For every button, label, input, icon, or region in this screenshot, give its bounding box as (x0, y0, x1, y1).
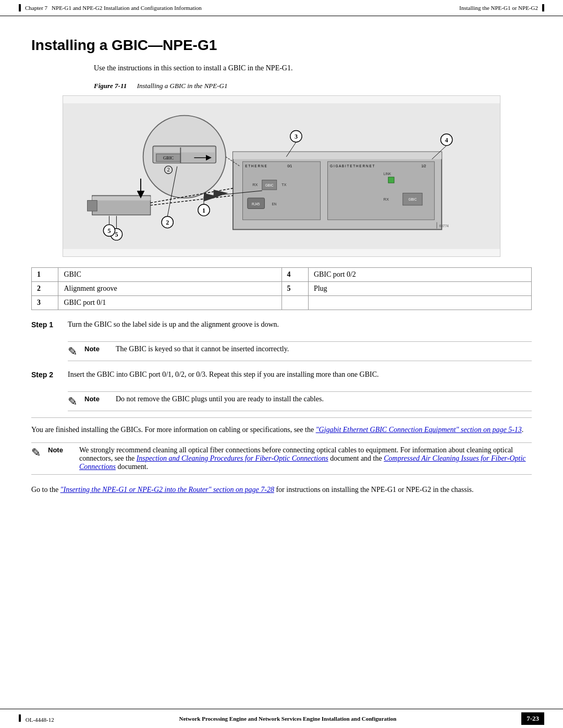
svg-rect-18 (233, 152, 442, 159)
bottom-para: Go to the "Inserting the NPE-G1 or NPE-G… (31, 484, 532, 495)
footer-left-rule (19, 714, 21, 722)
svg-text:5: 5 (107, 227, 111, 235)
part-num-2: 2 (32, 282, 58, 296)
part-label-2: Alignment groove (58, 282, 282, 296)
note-standalone-middle: document and the (328, 454, 384, 462)
step-1-content: Turn the GBIC so the label side is up an… (68, 320, 532, 329)
svg-rect-29 (327, 162, 434, 220)
note-icon-2: ✎ (68, 396, 77, 408)
note-block-2: ✎ Note Do not remove the GBIC plugs unti… (68, 391, 532, 411)
part-label-3: GBIC port 0/1 (58, 296, 282, 310)
svg-rect-2 (92, 196, 151, 200)
svg-text:G I G A B I T   E T H E R N E : G I G A B I T E T H E R N E T (330, 164, 374, 168)
footer-center: Network Processing Engine and Network Se… (54, 715, 521, 722)
step-1-row: Step 1 Turn the GBIC so the label side i… (31, 320, 532, 334)
para1-suffix: . (522, 426, 524, 434)
svg-text:5: 5 (115, 231, 118, 238)
part-label-5: Plug (308, 282, 531, 296)
footer-page-number: 7-23 (521, 712, 544, 725)
step-2-content: Insert the GBIC into GBIC port 0/1, 0/2,… (68, 371, 532, 379)
svg-rect-3 (88, 201, 97, 211)
svg-text:LINK: LINK (384, 172, 391, 176)
figure-caption-spacer (128, 82, 135, 90)
svg-text:EN: EN (272, 202, 276, 206)
header-chapter-title: NPE-G1 and NPE-G2 Installation and Confi… (52, 5, 202, 11)
figure-title: Installing a GBIC in the NPE-G1 (137, 82, 228, 90)
note-block-1: ✎ Note The GBIC is keyed so that it cann… (68, 341, 532, 361)
parts-table: 1 GBIC 4 GBIC port 0/2 2 Alignment groov… (31, 267, 532, 310)
page-title: Installing a GBIC—NPE-G1 (31, 37, 532, 54)
pencil-icon-1: ✎ (68, 346, 77, 357)
para2-prefix: Go to the (31, 486, 60, 493)
header-left: Chapter 7 NPE-G1 and NPE-G2 Installation… (19, 4, 202, 11)
note-block-standalone: ✎ Note We strongly recommend cleaning al… (31, 442, 532, 475)
header-right: Installing the NPE-G1 or NPE-G2 (459, 4, 544, 11)
part-num-4: 4 (282, 268, 308, 282)
diagram-svg: 5 GBIC 2 (63, 96, 500, 256)
svg-text:GBIC: GBIC (408, 198, 417, 201)
figure-number: Figure 7-11 (94, 82, 127, 90)
section-divider-1 (31, 417, 532, 418)
note-text-1: The GBIC is keyed so that it cannot be i… (116, 345, 532, 353)
step-1-label: Step 1 (31, 320, 68, 329)
figure-diagram: 5 GBIC 2 (63, 95, 500, 257)
parts-row-1: 1 GBIC 4 GBIC port 0/2 (32, 268, 532, 282)
svg-text:2: 2 (166, 219, 169, 226)
para1-link[interactable]: "Gigabit Ethernet GBIC Connection Equipm… (316, 426, 522, 434)
main-content: Installing a GBIC—NPE-G1 Use the instruc… (0, 16, 563, 537)
parts-row-3: 3 GBIC port 0/1 (32, 296, 532, 310)
svg-text:GBIC: GBIC (163, 156, 174, 161)
para1-prefix: You are finished installing the GBICs. F… (31, 426, 316, 434)
header-chapter: Chapter 7 (25, 5, 47, 11)
svg-text:RJ45: RJ45 (252, 202, 260, 206)
header-right-text: Installing the NPE-G1 or NPE-G2 (459, 5, 538, 11)
svg-text:3: 3 (295, 133, 298, 140)
svg-rect-10 (154, 147, 214, 152)
note-text-standalone: We strongly recommend cleaning all optic… (79, 446, 532, 471)
note-text-2: Do not remove the GBIC plugs until you a… (116, 395, 532, 403)
note-icon-1: ✎ (68, 346, 77, 357)
header-right-rule (542, 4, 544, 11)
step-2-label: Step 2 (31, 371, 68, 379)
note-label-standalone: Note (48, 446, 74, 454)
svg-text:1/2: 1/2 (421, 164, 426, 168)
part-num-3: 3 (32, 296, 58, 310)
header-left-rule (19, 4, 21, 11)
steps-section: Step 1 Turn the GBIC so the label side i… (31, 320, 532, 411)
page-header: Chapter 7 NPE-G1 and NPE-G2 Installation… (0, 0, 563, 16)
para2-link[interactable]: "Inserting the NPE-G1 or NPE-G2 into the… (60, 486, 274, 493)
para-after-steps: You are finished installing the GBICs. F… (31, 424, 532, 435)
part-num-5: 5 (282, 282, 308, 296)
svg-text:2: 2 (167, 167, 169, 172)
note-standalone-link1[interactable]: Inspection and Cleaning Procedures for F… (137, 454, 328, 462)
note-standalone-suffix: document. (116, 463, 148, 471)
para2-suffix: for instructions on installing the NPE-G… (274, 486, 474, 493)
svg-rect-33 (388, 177, 394, 183)
figure-caption: Figure 7-11 Installing a GBIC in the NPE… (94, 82, 532, 90)
footer-left: OL-4448-12 (19, 714, 54, 723)
note-icon-standalone: ✎ (31, 447, 41, 459)
svg-text:RX: RX (384, 197, 389, 202)
svg-text:E T H E R N E: E T H E R N E (245, 164, 267, 168)
pencil-icon-standalone: ✎ (31, 447, 41, 459)
footer-doc-number: OL-4448-12 (26, 717, 54, 723)
parts-row-2: 2 Alignment groove 5 Plug (32, 282, 532, 296)
svg-rect-19 (243, 162, 321, 220)
svg-text:GBIC: GBIC (265, 183, 274, 187)
part-label-1: GBIC (58, 268, 282, 282)
svg-text:68774: 68774 (439, 224, 449, 228)
pencil-icon-2: ✎ (68, 396, 77, 408)
note-label-1: Note (84, 345, 111, 353)
svg-text:TX: TX (282, 182, 287, 187)
page-footer: OL-4448-12 Network Processing Engine and… (0, 709, 563, 728)
svg-text:0/1: 0/1 (287, 164, 292, 168)
svg-text:RX: RX (252, 182, 258, 187)
part-num-1: 1 (32, 268, 58, 282)
step-2-row: Step 2 Insert the GBIC into GBIC port 0/… (31, 371, 532, 384)
intro-text: Use the instructions in this section to … (94, 64, 532, 72)
svg-text:1: 1 (202, 207, 205, 214)
part-label-4: GBIC port 0/2 (308, 268, 531, 282)
svg-text:4: 4 (445, 137, 448, 144)
note-label-2: Note (84, 395, 111, 403)
